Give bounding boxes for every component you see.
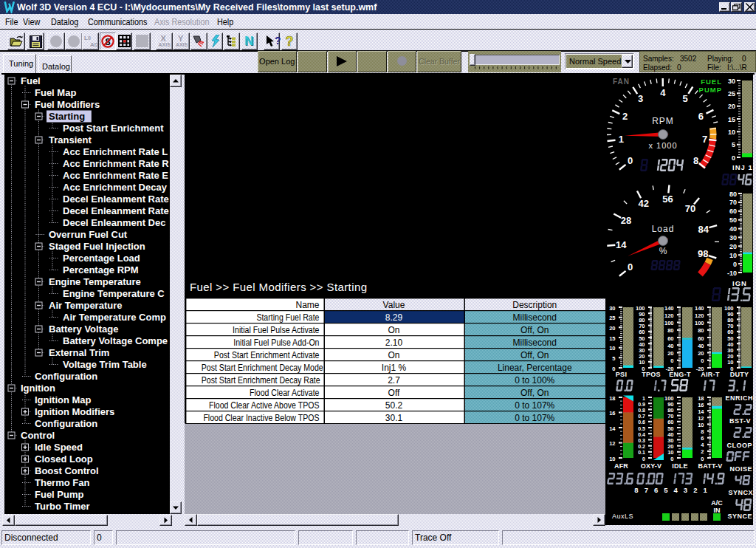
svg-text:14: 14 <box>609 425 616 432</box>
svg-text:20: 20 <box>728 103 735 110</box>
svg-text:100: 100 <box>695 320 704 326</box>
svg-text:0.8: 0.8 <box>638 408 645 413</box>
svg-text:10: 10 <box>639 359 645 366</box>
svg-text:70: 70 <box>729 199 737 206</box>
svg-text:IGN: IGN <box>732 279 747 287</box>
svg-text:0: 0 <box>670 456 673 462</box>
svg-text:40: 40 <box>727 341 733 348</box>
svg-text:100: 100 <box>724 305 734 312</box>
svg-text:10: 10 <box>727 359 733 366</box>
svg-text:12: 12 <box>698 415 704 422</box>
svg-text:50: 50 <box>729 216 737 224</box>
svg-text:8: 8 <box>634 486 638 494</box>
svg-text:3: 3 <box>684 486 687 494</box>
svg-text:70: 70 <box>685 203 695 214</box>
svg-text:42: 42 <box>638 198 648 209</box>
svg-text:6: 6 <box>654 486 658 494</box>
svg-text:30: 30 <box>609 305 615 312</box>
svg-text:20: 20 <box>609 325 615 332</box>
svg-text:15: 15 <box>728 116 735 123</box>
svg-text:TPOS: TPOS <box>642 371 661 378</box>
svg-text:15: 15 <box>609 335 615 342</box>
svg-text:140: 140 <box>664 305 674 312</box>
svg-text:1: 1 <box>642 396 645 401</box>
svg-text:80: 80 <box>667 327 673 334</box>
svg-text:84: 84 <box>698 224 709 235</box>
svg-text:30: 30 <box>639 347 645 354</box>
svg-text:10: 10 <box>698 422 704 428</box>
svg-text:30: 30 <box>728 78 735 85</box>
svg-text:0.2: 0.2 <box>638 444 645 449</box>
svg-text:1: 1 <box>703 486 707 494</box>
svg-text:BST-V: BST-V <box>729 417 751 425</box>
svg-text:70: 70 <box>667 413 673 419</box>
svg-text:PSI: PSI <box>616 371 627 378</box>
svg-text:80: 80 <box>729 191 737 198</box>
svg-text:x 1000: x 1000 <box>648 141 677 150</box>
svg-text:8: 8 <box>693 155 698 166</box>
svg-text:10: 10 <box>728 129 735 136</box>
svg-text:20: 20 <box>639 353 645 360</box>
svg-text:12: 12 <box>609 440 615 447</box>
svg-text:0.5: 0.5 <box>638 426 645 431</box>
svg-text:28: 28 <box>621 215 631 226</box>
svg-text:INJ 1: INJ 1 <box>732 163 753 171</box>
svg-text:0.1: 0.1 <box>638 450 645 455</box>
svg-text:0.9: 0.9 <box>638 402 645 407</box>
svg-text:5: 5 <box>732 141 735 148</box>
svg-text:60: 60 <box>667 335 673 342</box>
svg-text:90: 90 <box>667 401 673 408</box>
svg-text:0: 0 <box>701 456 704 462</box>
svg-text:140: 140 <box>695 305 704 312</box>
svg-text:60: 60 <box>727 329 733 335</box>
svg-text:5: 5 <box>664 486 668 494</box>
svg-text:30: 30 <box>729 234 737 242</box>
svg-text:80: 80 <box>698 327 704 334</box>
svg-text:4: 4 <box>660 87 666 98</box>
svg-text:30: 30 <box>667 437 673 444</box>
svg-text:25: 25 <box>609 315 615 321</box>
svg-text:80: 80 <box>727 317 733 323</box>
svg-text:2: 2 <box>693 486 697 494</box>
svg-text:100: 100 <box>664 320 674 326</box>
svg-text:2: 2 <box>622 111 628 122</box>
svg-text:5: 5 <box>683 93 688 104</box>
svg-text:40: 40 <box>729 225 737 233</box>
svg-text:0: 0 <box>733 261 737 268</box>
svg-text:50: 50 <box>639 335 645 342</box>
svg-text:RPM: RPM <box>652 116 674 126</box>
svg-text:10: 10 <box>729 252 737 259</box>
svg-text:70: 70 <box>727 323 733 329</box>
svg-text:AIR-T: AIR-T <box>701 371 720 378</box>
svg-text:Load: Load <box>652 224 675 234</box>
svg-text:16: 16 <box>609 410 615 417</box>
svg-text:ENG-T: ENG-T <box>669 371 691 378</box>
svg-text:6: 6 <box>698 111 704 122</box>
svg-text:IDLE: IDLE <box>672 462 687 470</box>
svg-text:10: 10 <box>609 345 615 352</box>
svg-text:60: 60 <box>667 419 673 425</box>
svg-text:14: 14 <box>616 239 627 250</box>
svg-text:100: 100 <box>664 395 674 402</box>
svg-text:20: 20 <box>727 353 733 360</box>
svg-text:10: 10 <box>609 456 615 462</box>
svg-text:20: 20 <box>698 350 704 357</box>
svg-text:16: 16 <box>698 402 704 408</box>
svg-text:0: 0 <box>732 154 735 162</box>
svg-text:FAN: FAN <box>613 78 630 86</box>
svg-text:90: 90 <box>639 311 645 318</box>
svg-text:5: 5 <box>612 355 615 362</box>
svg-text:7: 7 <box>645 486 648 494</box>
svg-text:%: % <box>659 246 667 256</box>
svg-text:40: 40 <box>698 343 704 349</box>
svg-text:1: 1 <box>619 134 624 145</box>
svg-text:3: 3 <box>638 93 643 104</box>
svg-text:FUEL: FUEL <box>701 78 722 86</box>
svg-text:OXY-V: OXY-V <box>641 462 662 470</box>
svg-text:A/C: A/C <box>711 499 723 507</box>
svg-text:70: 70 <box>639 323 645 329</box>
svg-text:DUTY: DUTY <box>730 371 749 378</box>
svg-text:20: 20 <box>667 443 673 450</box>
svg-text:60: 60 <box>698 335 704 342</box>
svg-text:60: 60 <box>729 208 737 215</box>
